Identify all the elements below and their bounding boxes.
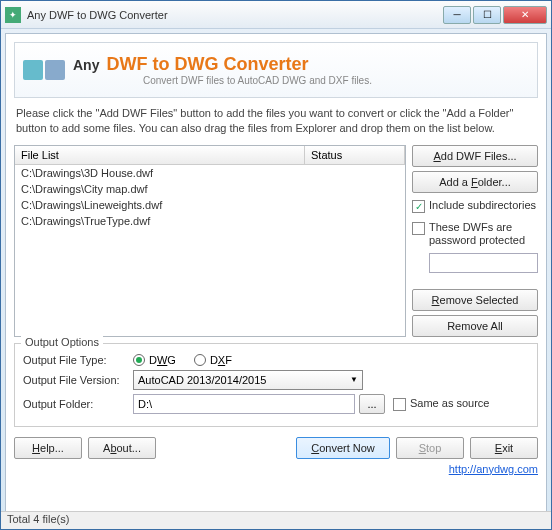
output-version-row: Output File Version: AutoCAD 2013/2014/2… — [23, 370, 529, 390]
list-item[interactable]: C:\Drawings\Lineweights.dwf — [15, 197, 405, 213]
header-text: Any DWF to DWG Converter Convert DWF fil… — [73, 54, 529, 86]
file-list-rows: C:\Drawings\3D House.dwf C:\Drawings\Cit… — [15, 165, 405, 229]
brand-title: DWF to DWG Converter — [107, 54, 309, 74]
col-status[interactable]: Status — [305, 146, 405, 164]
help-button[interactable]: Help... — [14, 437, 82, 459]
col-file-list[interactable]: File List — [15, 146, 305, 164]
password-protected-checkbox[interactable] — [412, 222, 425, 235]
intro-text: Please click the "Add DWF Files" button … — [14, 106, 538, 137]
output-version-label: Output File Version: — [23, 374, 133, 386]
add-folder-button[interactable]: Add a Folder... — [412, 171, 538, 193]
close-button[interactable]: ✕ — [503, 6, 547, 24]
radio-dwg-label: DWG — [149, 354, 176, 366]
exit-button[interactable]: Exit — [470, 437, 538, 459]
header-band: Any DWF to DWG Converter Convert DWF fil… — [14, 42, 538, 98]
window-title: Any DWF to DWG Converter — [27, 9, 443, 21]
app-icon: ✦ — [5, 7, 21, 23]
header-icons — [23, 60, 65, 80]
file-list-header: File List Status — [15, 146, 405, 165]
maximize-button[interactable]: ☐ — [473, 6, 501, 24]
radio-dxf[interactable]: DXF — [194, 354, 232, 366]
dwf-icon — [23, 60, 43, 80]
list-item[interactable]: C:\Drawings\City map.dwf — [15, 181, 405, 197]
main-row: File List Status C:\Drawings\3D House.dw… — [14, 145, 538, 337]
status-bar: Total 4 file(s) — [1, 511, 551, 529]
output-version-value: AutoCAD 2013/2014/2015 — [138, 374, 266, 386]
output-folder-value: D:\ — [138, 398, 152, 410]
titlebar[interactable]: ✦ Any DWF to DWG Converter ─ ☐ ✕ — [1, 1, 551, 29]
browse-button[interactable]: ... — [359, 394, 385, 414]
radio-dwg[interactable]: DWG — [133, 354, 176, 366]
output-folder-row: Output Folder: D:\ ... Same as source — [23, 394, 529, 414]
password-protected-row[interactable]: These DWFs are password protected — [412, 219, 538, 249]
side-panel: Add DWF Files... Add a Folder... ✓ Inclu… — [412, 145, 538, 337]
output-version-combo[interactable]: AutoCAD 2013/2014/2015 ▼ — [133, 370, 363, 390]
window-controls: ─ ☐ ✕ — [443, 6, 547, 24]
minimize-button[interactable]: ─ — [443, 6, 471, 24]
dwg-icon — [45, 60, 65, 80]
link-row: http://anydwg.com — [14, 463, 538, 475]
add-dwf-files-button[interactable]: Add DWF Files... — [412, 145, 538, 167]
same-as-source-checkbox[interactable] — [393, 398, 406, 411]
remove-selected-button[interactable]: Remove Selected — [412, 289, 538, 311]
remove-all-button[interactable]: Remove All — [412, 315, 538, 337]
app-window: ✦ Any DWF to DWG Converter ─ ☐ ✕ Any DWF… — [0, 0, 552, 530]
radio-dot-icon — [133, 354, 145, 366]
radio-dot-icon — [194, 354, 206, 366]
status-text: Total 4 file(s) — [7, 513, 69, 525]
output-group-title: Output Options — [21, 336, 103, 348]
output-type-row: Output File Type: DWG DXF — [23, 354, 529, 366]
chevron-down-icon: ▼ — [350, 375, 358, 384]
output-folder-label: Output Folder: — [23, 398, 133, 410]
password-protected-label: These DWFs are password protected — [429, 221, 538, 247]
bottom-buttons: Help... About... Convert Now Stop Exit — [14, 437, 538, 459]
same-as-source-label: Same as source — [410, 397, 489, 410]
output-folder-input[interactable]: D:\ — [133, 394, 355, 414]
same-as-source-row[interactable]: Same as source — [393, 395, 489, 413]
list-item[interactable]: C:\Drawings\TrueType.dwf — [15, 213, 405, 229]
output-type-radios: DWG DXF — [133, 354, 232, 366]
website-link[interactable]: http://anydwg.com — [449, 463, 538, 475]
file-list[interactable]: File List Status C:\Drawings\3D House.dw… — [14, 145, 406, 337]
convert-now-button[interactable]: Convert Now — [296, 437, 390, 459]
brand-prefix: Any — [73, 57, 99, 73]
about-button[interactable]: About... — [88, 437, 156, 459]
password-input[interactable] — [429, 253, 538, 273]
subtitle: Convert DWF files to AutoCAD DWG and DXF… — [73, 75, 529, 86]
content-area: Any DWF to DWG Converter Convert DWF fil… — [5, 33, 547, 527]
list-item[interactable]: C:\Drawings\3D House.dwf — [15, 165, 405, 181]
output-options-group: Output Options Output File Type: DWG DXF… — [14, 343, 538, 427]
include-subdirs-checkbox[interactable]: ✓ — [412, 200, 425, 213]
include-subdirs-row[interactable]: ✓ Include subdirectories — [412, 197, 538, 215]
stop-button[interactable]: Stop — [396, 437, 464, 459]
radio-dxf-label: DXF — [210, 354, 232, 366]
include-subdirs-label: Include subdirectories — [429, 199, 536, 212]
output-type-label: Output File Type: — [23, 354, 133, 366]
